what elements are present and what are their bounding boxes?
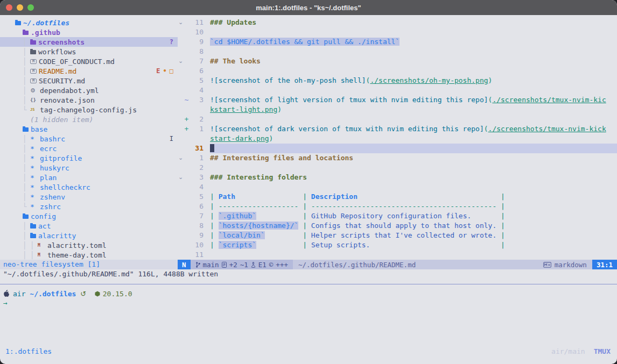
editor-line: 5 | Path | Description | [178, 192, 617, 202]
text-span: | [210, 231, 219, 239]
fold-chevron-icon[interactable] [178, 85, 184, 95]
git-sign [184, 66, 190, 76]
line-text[interactable]: | `hosts/{hostname}/` | Configs that sho… [210, 221, 617, 231]
tree-item[interactable]: .github [0, 27, 178, 37]
line-text[interactable]: ![screenshot of dark version of tmux wit… [210, 124, 617, 134]
fold-chevron-icon[interactable] [178, 47, 184, 56]
tree-item[interactable]: │ * bashrc I [0, 134, 178, 144]
line-text[interactable] [210, 163, 617, 173]
indent-guide [15, 154, 23, 162]
line-text[interactable]: | `local/bin` | Helper scripts that I've… [210, 231, 617, 240]
line-text[interactable]: ![screenshot of the oh-my-posh shell](./… [210, 76, 617, 85]
indent-guide [15, 203, 23, 211]
fold-chevron-icon[interactable]: ⌄ [178, 18, 184, 27]
text-span: ### Interesting folders [210, 173, 307, 181]
line-text[interactable]: | ------------------- | ----------------… [210, 202, 617, 211]
window-controls [6, 4, 34, 11]
tree-item[interactable]: │ * shellcheckrc [0, 182, 178, 192]
fold-chevron-icon[interactable] [178, 95, 184, 105]
fold-chevron-icon[interactable] [178, 124, 184, 134]
shell-pane[interactable]: air ~/.dotfiles ↺ 20.15.0 → [3, 289, 617, 308]
line-text[interactable]: ## The looks [210, 56, 617, 66]
fold-chevron-icon[interactable] [178, 105, 184, 115]
file-icon: M [30, 78, 37, 83]
line-text[interactable]: | `scripts` | Setup scripts. | [210, 240, 617, 250]
line-text[interactable]: ![screenshot of light version of tmux wi… [210, 95, 617, 105]
line-text[interactable]: | Path | Description | [210, 192, 617, 202]
text-span [471, 212, 496, 220]
tree-item[interactable]: │ M SECURITY.md [0, 76, 178, 85]
tree-item[interactable]: (1 hidden item) [0, 115, 178, 124]
fold-chevron-icon[interactable] [178, 250, 184, 260]
line-text[interactable]: ### Interesting folders [210, 173, 617, 182]
tree-item[interactable]: config [0, 211, 178, 221]
line-text[interactable]: start-dark.png) [210, 134, 617, 144]
fold-chevron-icon[interactable] [178, 66, 184, 76]
line-text[interactable] [210, 144, 617, 153]
tree-item[interactable]: │ M CODE_OF_CONDUCT.md [0, 56, 178, 66]
close-button[interactable] [6, 4, 12, 11]
line-text[interactable]: `cd $HOME/.dotfiles && git pull && ./ins… [210, 37, 617, 47]
line-text[interactable] [210, 47, 617, 56]
text-span: ) [269, 134, 274, 142]
tree-item[interactable]: └ JS tag-changelog-config.js [0, 105, 178, 115]
fold-chevron-icon[interactable] [178, 134, 184, 144]
zoom-button[interactable] [27, 4, 34, 11]
tree-item[interactable]: │ ⚙ dependabot.yml [0, 85, 178, 95]
tree-item[interactable]: │ * zshenv [0, 192, 178, 202]
tree-item[interactable]: │ * plan [0, 173, 178, 182]
line-text[interactable] [210, 27, 617, 37]
fold-chevron-icon[interactable] [178, 144, 184, 153]
line-text[interactable] [210, 182, 617, 192]
fold-chevron-icon[interactable] [178, 76, 184, 85]
fold-chevron-icon[interactable] [178, 231, 184, 240]
tmux-window-tab[interactable]: 1:.dotfiles [5, 347, 52, 356]
indent-guide [15, 241, 23, 249]
text-span: ( [484, 125, 488, 133]
tree-item[interactable]: │ alacritty [0, 231, 178, 240]
line-text[interactable]: | `.github` | GitHub Repository configur… [210, 211, 617, 221]
tree-item[interactable]: base [0, 124, 178, 134]
line-text[interactable] [210, 250, 617, 260]
fold-chevron-icon[interactable]: ⌄ [178, 173, 184, 182]
text-span: GitHub Repository configuration files. [311, 212, 471, 220]
fold-chevron-icon[interactable] [178, 221, 184, 231]
tree-item[interactable]: ││ M theme-day.toml [0, 250, 178, 260]
fold-chevron-icon[interactable] [178, 202, 184, 211]
fold-chevron-icon[interactable] [178, 27, 184, 37]
tree-item[interactable]: │ * gitprofile [0, 153, 178, 163]
fold-chevron-icon[interactable] [178, 240, 184, 250]
file-icon: * [30, 154, 38, 162]
line-text[interactable] [210, 85, 617, 95]
text-span: `local/bin` [219, 231, 265, 239]
fold-chevron-icon[interactable]: ⌄ [178, 153, 184, 163]
tree-item[interactable]: │ M README.md E•□ [0, 66, 178, 76]
tree-item[interactable]: │ {} renovate.json [0, 95, 178, 105]
line-number: 6 [190, 66, 204, 76]
tree-item[interactable]: ││ M alacritty.toml [0, 240, 178, 250]
tree-item[interactable]: │ * huskyrc [0, 163, 178, 173]
line-text[interactable] [210, 66, 617, 76]
line-text[interactable]: kstart-light.png) [210, 105, 617, 115]
line-text[interactable]: ### Updates [210, 18, 617, 27]
file-icon: M [38, 253, 45, 258]
git-sign [184, 231, 190, 240]
fold-chevron-icon[interactable] [178, 163, 184, 173]
fold-chevron-icon[interactable] [178, 192, 184, 202]
tree-item[interactable]: │ * ecrc [0, 144, 178, 153]
line-text[interactable]: ## Interesting files and locations [210, 153, 617, 163]
fold-chevron-icon[interactable] [178, 37, 184, 47]
fold-chevron-icon[interactable] [178, 115, 184, 124]
minimize-button[interactable] [17, 4, 23, 11]
tree-item[interactable]: └ * zshrc [0, 202, 178, 211]
tree-item[interactable]: │ act [0, 221, 178, 231]
fold-chevron-icon[interactable] [178, 182, 184, 192]
pane-border[interactable] [0, 284, 617, 284]
line-text[interactable] [210, 115, 617, 124]
text-span [256, 212, 298, 220]
tree-item[interactable]: │ workflows [0, 47, 178, 56]
tree-item[interactable]: ~/.dotfiles [0, 18, 178, 27]
tree-item[interactable]: │ screenshots ? [0, 37, 178, 47]
fold-chevron-icon[interactable] [178, 211, 184, 221]
fold-chevron-icon[interactable]: ⌄ [178, 56, 184, 66]
